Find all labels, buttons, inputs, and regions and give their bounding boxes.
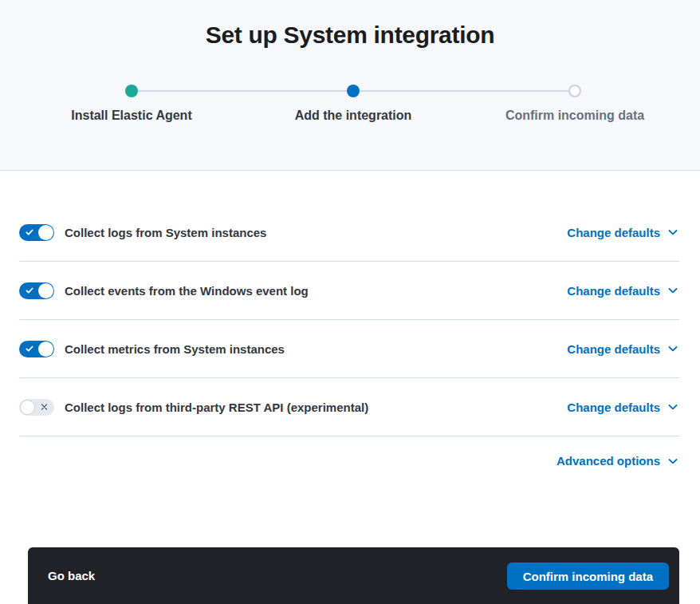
bottom-bar: Go back Confirm incoming data — [28, 547, 679, 604]
page-title: Set up System integration — [0, 0, 700, 50]
confirm-incoming-data-button[interactable]: Confirm incoming data — [507, 563, 669, 590]
toggle-collect-metrics[interactable] — [19, 341, 54, 357]
option-row-collect-metrics: Collect metrics from System instances Ch… — [19, 320, 679, 378]
change-defaults-button[interactable]: Change defaults — [567, 401, 679, 414]
advanced-options-label: Advanced options — [556, 454, 660, 468]
option-label[interactable]: Collect logs from third-party REST API (… — [65, 401, 368, 414]
check-icon — [25, 344, 34, 353]
change-defaults-button[interactable]: Change defaults — [567, 342, 679, 356]
step-label: Install Elastic Agent — [71, 108, 191, 123]
option-label[interactable]: Collect events from the Windows event lo… — [65, 284, 309, 298]
check-icon — [25, 286, 34, 295]
chevron-down-icon — [667, 455, 679, 468]
wizard-header: Set up System integration Install Elasti… — [0, 0, 700, 171]
chevron-down-icon — [667, 401, 679, 413]
option-label[interactable]: Collect metrics from System instances — [65, 342, 285, 356]
option-row-collect-windows-events: Collect events from the Windows event lo… — [19, 262, 679, 320]
change-defaults-button[interactable]: Change defaults — [567, 226, 679, 239]
toggle-collect-logs[interactable] — [19, 224, 54, 241]
toggle-knob — [38, 283, 53, 298]
chevron-down-icon — [667, 226, 679, 239]
change-defaults-label: Change defaults — [567, 284, 660, 298]
advanced-options-button[interactable]: Advanced options — [556, 454, 679, 468]
change-defaults-label: Change defaults — [567, 226, 660, 239]
horizontal-stepper: Install Elastic Agent Add the integratio… — [21, 85, 686, 123]
step-install-elastic-agent: Install Elastic Agent — [21, 85, 242, 123]
setup-integration-screen: Set up System integration Install Elasti… — [0, 0, 700, 604]
option-row-collect-rest-api-logs: Collect logs from third-party REST API (… — [19, 378, 679, 436]
change-defaults-label: Change defaults — [567, 342, 660, 356]
check-icon — [25, 227, 34, 237]
toggle-knob — [38, 225, 53, 240]
data-stream-options-list: Collect logs from System instances Chang… — [19, 203, 679, 436]
step-label: Confirm incoming data — [505, 108, 644, 123]
go-back-button[interactable]: Go back — [48, 563, 95, 589]
step-confirm-incoming-data: Confirm incoming data — [464, 85, 686, 123]
option-label[interactable]: Collect logs from System instances — [65, 226, 266, 239]
integration-settings: Collect logs from System instances Chang… — [0, 203, 700, 485]
change-defaults-button[interactable]: Change defaults — [567, 284, 679, 298]
toggle-collect-rest-api-logs[interactable] — [19, 399, 54, 416]
change-defaults-label: Change defaults — [567, 401, 660, 414]
step-incomplete-dot-icon — [568, 85, 581, 97]
cross-icon — [40, 403, 49, 412]
step-add-the-integration: Add the integration — [242, 85, 464, 123]
chevron-down-icon — [667, 342, 679, 355]
step-complete-dot-icon — [125, 85, 138, 97]
advanced-options-row: Advanced options — [21, 436, 679, 485]
step-label: Add the integration — [295, 108, 412, 123]
toggle-collect-windows-events[interactable] — [19, 282, 54, 299]
toggle-knob — [20, 400, 35, 415]
option-row-collect-logs: Collect logs from System instances Chang… — [19, 203, 679, 262]
toggle-knob — [38, 341, 53, 357]
step-current-dot-icon — [347, 85, 360, 97]
chevron-down-icon — [667, 284, 679, 297]
